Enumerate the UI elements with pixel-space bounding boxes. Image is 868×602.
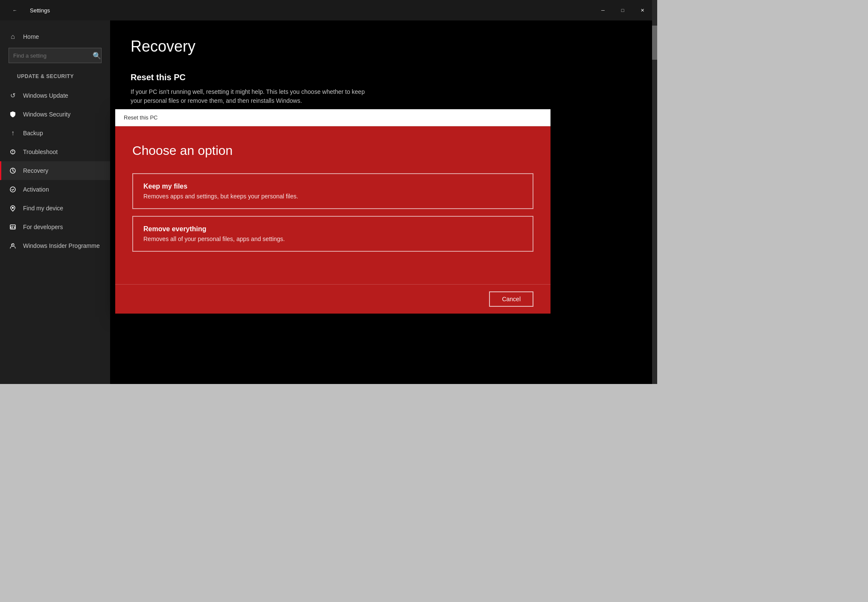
- back-button[interactable]: ←: [5, 3, 25, 17]
- reset-section-description: If your PC isn't running well, resetting…: [131, 87, 370, 105]
- scroll-thumb[interactable]: [652, 26, 657, 60]
- reset-option-keep-files-desc: Removes apps and settings, but keeps you…: [143, 193, 522, 200]
- sidebar-windows-update-label: Windows Update: [23, 92, 68, 99]
- recovery-icon: [9, 166, 17, 175]
- back-icon: ←: [13, 8, 17, 13]
- reset-dialog-header-title: Reset this PC: [124, 114, 157, 121]
- home-icon: ⌂: [9, 32, 17, 41]
- reset-dialog-body: Choose an option Keep my files Removes a…: [115, 126, 551, 284]
- sidebar-find-my-device-label: Find my device: [23, 205, 63, 212]
- windows-update-icon: ↺: [9, 91, 17, 100]
- backup-icon: ↑: [9, 129, 17, 137]
- reset-dialog-title: Choose an option: [132, 143, 533, 158]
- troubleshoot-icon: [9, 148, 17, 156]
- minimize-button[interactable]: ─: [593, 3, 613, 17]
- reset-option-remove-everything[interactable]: Remove everything Removes all of your pe…: [132, 216, 533, 252]
- sidebar-category-label: Update & Security: [9, 70, 102, 83]
- close-button[interactable]: ✕: [632, 3, 652, 17]
- find-my-device-icon: [9, 204, 17, 212]
- title-bar: ← Settings ─ □ ✕: [0, 0, 657, 20]
- reset-dialog-footer: Cancel: [115, 284, 551, 314]
- minimize-icon: ─: [601, 8, 605, 13]
- sidebar-item-backup[interactable]: ↑ Backup: [0, 124, 110, 143]
- reset-dialog: Reset this PC Choose an option Keep my f…: [115, 109, 551, 314]
- for-developers-icon: [9, 223, 17, 231]
- sidebar-for-developers-label: For developers: [23, 224, 63, 230]
- reset-section-title: Reset this PC: [131, 73, 637, 82]
- sidebar-item-find-my-device[interactable]: Find my device: [0, 199, 110, 218]
- title-bar-left: ← Settings: [5, 3, 50, 17]
- cancel-button[interactable]: Cancel: [489, 291, 533, 307]
- sidebar-item-activation[interactable]: Activation: [0, 180, 110, 199]
- sidebar-troubleshoot-label: Troubleshoot: [23, 148, 58, 155]
- page-title: Recovery: [131, 38, 637, 55]
- reset-option-keep-files[interactable]: Keep my files Removes apps and settings,…: [132, 173, 533, 209]
- sidebar-item-troubleshoot[interactable]: Troubleshoot: [0, 143, 110, 161]
- svg-point-2: [10, 187, 15, 192]
- sidebar-backup-label: Backup: [23, 130, 43, 137]
- sidebar-item-home[interactable]: ⌂ Home: [9, 27, 102, 46]
- sidebar-windows-security-label: Windows Security: [23, 111, 70, 118]
- svg-point-3: [12, 207, 14, 209]
- sidebar-windows-insider-label: Windows Insider Programme: [23, 242, 100, 249]
- sidebar-activation-label: Activation: [23, 186, 49, 193]
- windows-security-icon: [9, 110, 17, 119]
- reset-option-remove-everything-title: Remove everything: [143, 225, 522, 233]
- search-box: 🔍: [9, 48, 102, 63]
- reset-option-keep-files-title: Keep my files: [143, 183, 522, 190]
- scrollbar[interactable]: [652, 0, 657, 384]
- close-icon: ✕: [641, 8, 644, 13]
- reset-option-remove-everything-desc: Removes all of your personal files, apps…: [143, 236, 522, 242]
- sidebar-recovery-label: Recovery: [23, 167, 48, 174]
- maximize-button[interactable]: □: [613, 3, 632, 17]
- sidebar-home-label: Home: [23, 33, 39, 40]
- sidebar-item-windows-insider[interactable]: Windows Insider Programme: [0, 236, 110, 255]
- search-icon: 🔍: [89, 48, 105, 63]
- title-bar-controls: ─ □ ✕: [593, 3, 652, 17]
- reset-dialog-header: Reset this PC: [115, 109, 551, 126]
- activation-icon: [9, 185, 17, 194]
- sidebar-item-windows-security[interactable]: Windows Security: [0, 105, 110, 124]
- sidebar-item-recovery[interactable]: Recovery: [0, 161, 110, 180]
- sidebar: ⌂ Home 🔍 Update & Security ↺ Windows Upd…: [0, 20, 110, 384]
- windows-insider-icon: [9, 241, 17, 250]
- maximize-icon: □: [621, 8, 624, 13]
- sidebar-header: ⌂ Home 🔍 Update & Security: [0, 20, 110, 86]
- search-input[interactable]: [9, 52, 89, 59]
- window-title: Settings: [30, 7, 50, 14]
- sidebar-item-for-developers[interactable]: For developers: [0, 218, 110, 236]
- sidebar-item-windows-update[interactable]: ↺ Windows Update: [0, 86, 110, 105]
